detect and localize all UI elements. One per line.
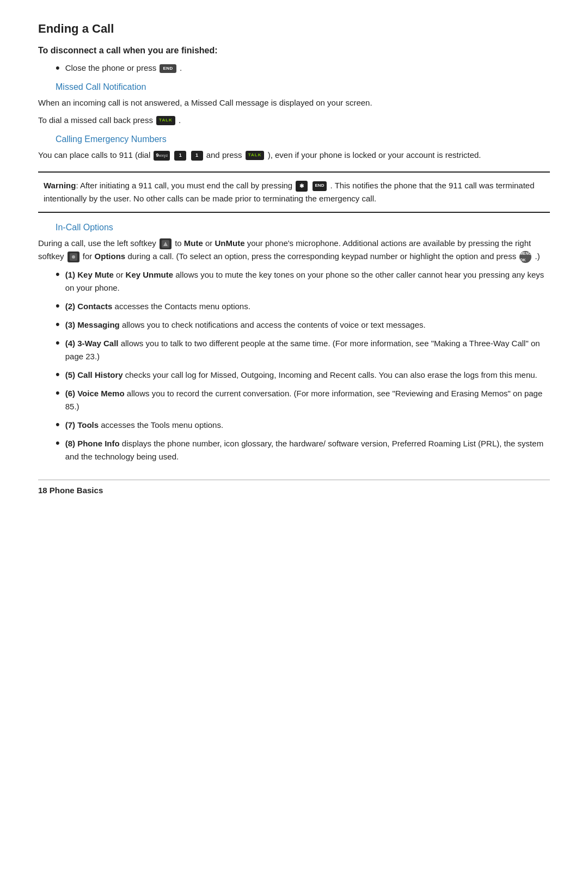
page-title: Ending a Call [38,22,550,36]
missed-call-para1: When an incoming call is not answered, a… [38,96,550,109]
menu-ok-icon: MENUOK [519,251,531,263]
list-item-4-text: (4) 3-Way Call allows you to talk to two… [65,337,550,363]
list-item-8: • (8) Phone Info displays the phone numb… [56,437,550,463]
key-1a: 1 [174,151,186,161]
unmute-bold: UnMute [215,238,245,248]
talk-key-icon: TALK [156,116,175,125]
list-item-1-text: (1) Key Mute or Key Unmute allows you to… [65,268,550,295]
list-item-4: • (4) 3-Way Call allows you to talk to t… [56,337,550,363]
emergency-para: You can place calls to 911 (dial 9wxyz 1… [38,149,550,162]
key-9: 9wxyz [154,151,170,161]
disconnect-bullet: • Close the phone or press END . [56,62,550,75]
list-item-3-text: (3) Messaging allows you to check notifi… [65,318,426,332]
list-item-2: • (2) Contacts accesses the Contacts men… [56,300,550,313]
missed-call-heading: Missed Call Notification [56,82,550,92]
bullet-dot-opt3: • [56,318,60,330]
options-bold: Options [95,252,126,261]
list-item-1: • (1) Key Mute or Key Unmute allows you … [56,268,550,295]
bullet-dot-opt1: • [56,268,60,280]
footer-text: 18 Phone Basics [38,486,103,495]
list-item-6: • (6) Voice Memo allows you to record th… [56,387,550,413]
warning-box: Warning: After initiating a 911 call, yo… [38,171,550,213]
list-item-6-text: (6) Voice Memo allows you to record the … [65,387,550,413]
incall-para1: During a call, use the left softkey to M… [38,237,550,263]
list-item-7: • (7) Tools accesses the Tools menu opti… [56,419,550,432]
bullet-dot-opt6: • [56,387,60,399]
list-item-5-text: (5) Call History checks your call log fo… [65,369,537,382]
key-1b: 1 [191,151,203,161]
right-softkey-icon [68,252,79,262]
star-key-icon: ✱ [296,181,308,192]
incall-select-text: during a call. (To select an option, pre… [127,252,518,261]
list-item-8-text: (8) Phone Info displays the phone number… [65,437,550,463]
incall-close-paren: .) [535,252,540,261]
bullet-dot-1: • [56,62,60,74]
bullet-dot-opt5: • [56,369,60,381]
bullet-dot-opt7: • [56,419,60,431]
bullet-dot-opt4: • [56,337,60,349]
incall-options-list: • (1) Key Mute or Key Unmute allows you … [56,268,550,463]
end-key-icon: END [160,64,176,72]
svg-point-3 [72,255,75,259]
disconnect-heading: To disconnect a call when you are finish… [38,46,550,56]
disconnect-text: Close the phone or press END . [65,62,182,75]
end-key-icon-warning: END [313,181,327,191]
left-softkey-icon [160,238,171,249]
footer-bar: 18 Phone Basics [38,480,550,495]
incall-heading: In-Call Options [56,223,550,232]
warning-text-start: : After initiating a 911 call, you must … [76,181,292,190]
list-item-7-text: (7) Tools accesses the Tools menu option… [65,419,223,432]
mute-bold: Mute [184,238,203,248]
talk-key-icon-emergency: TALK [246,151,265,160]
list-item-3: • (3) Messaging allows you to check noti… [56,318,550,332]
emergency-heading: Calling Emergency Numbers [56,134,550,144]
missed-call-para2: To dial a missed call back press TALK . [38,114,550,127]
list-item-2-text: (2) Contacts accesses the Contacts menu … [65,300,250,313]
warning-label: Warning [44,181,76,190]
bullet-dot-opt8: • [56,437,60,449]
list-item-5: • (5) Call History checks your call log … [56,369,550,382]
bullet-dot-opt2: • [56,300,60,312]
